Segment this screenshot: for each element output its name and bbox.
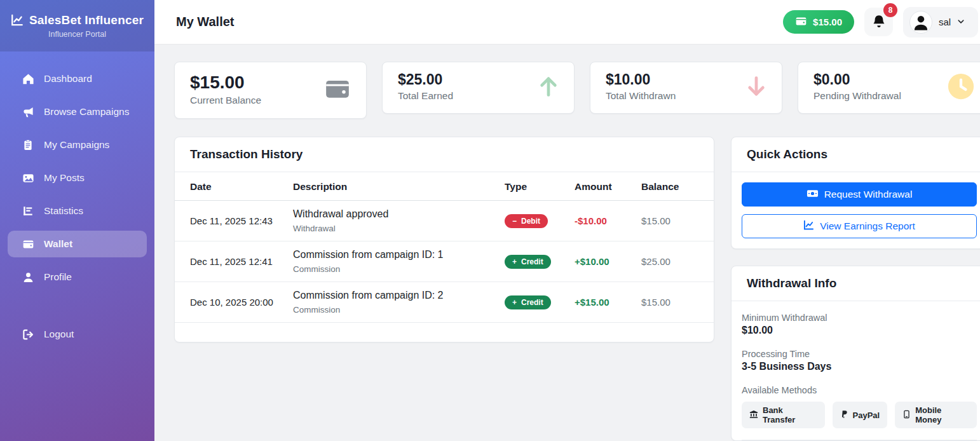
image-icon [22, 172, 34, 184]
wallet-icon [323, 76, 352, 105]
sidebar-item-my-campaigns[interactable]: My Campaigns [8, 132, 147, 158]
wallet-icon [22, 238, 34, 250]
sidebar-brand: SalesBet Influencer Influencer Portal [0, 0, 154, 51]
column-header-date: Date [175, 172, 287, 201]
tx-date: Dec 11, 2025 12:41 [175, 241, 287, 282]
minus-sign: − [512, 217, 517, 226]
tx-date: Dec 10, 2025 20:00 [175, 282, 287, 323]
stat-card-total-earned: $25.00 Total Earned [382, 62, 575, 114]
sidebar-item-label: Browse Campaigns [44, 106, 129, 118]
bell-icon [872, 14, 886, 31]
username: sal [939, 17, 951, 27]
tx-category: Commission [293, 305, 492, 315]
quick-actions-card: Quick Actions Request Withdrawal [731, 137, 980, 249]
view-earnings-report-button[interactable]: View Earnings Report [742, 214, 977, 238]
tx-category: Commission [293, 264, 492, 274]
megaphone-icon [22, 105, 34, 118]
sidebar-nav: Dashboard Browse Campaigns My Campaigns … [0, 51, 154, 348]
table-footer-space [175, 323, 714, 342]
person-icon [22, 271, 34, 283]
graph-up-logo-icon [11, 14, 24, 27]
request-withdrawal-label: Request Withdrawal [824, 189, 913, 200]
table-row: Dec 11, 2025 12:41 Commission from campa… [175, 241, 714, 282]
tx-balance: $25.00 [635, 241, 714, 282]
sidebar-item-label: Dashboard [44, 73, 92, 85]
method-badge-paypal: PayPal [833, 402, 888, 428]
sidebar-spacer [8, 297, 147, 321]
brand-title: SalesBet Influencer [29, 13, 144, 27]
minimum-withdrawal-value: $10.00 [742, 325, 977, 336]
home-icon [22, 72, 34, 85]
page-title: My Wallet [176, 15, 235, 29]
sidebar-item-label: Profile [44, 271, 72, 283]
method-label: PayPal [853, 410, 880, 420]
sidebar-item-profile[interactable]: Profile [8, 264, 147, 290]
tx-description: Commission from campaign ID: 1 [293, 249, 492, 261]
cash-icon [806, 187, 819, 202]
sidebar-item-my-posts[interactable]: My Posts [8, 165, 147, 191]
sidebar-item-label: Wallet [44, 238, 72, 250]
content-area: $15.00 Current Balance $25.00 Total Earn… [154, 44, 980, 441]
bar-chart-icon [22, 205, 34, 217]
tx-amount: +$10.00 [568, 241, 635, 282]
plus-sign: + [512, 298, 517, 307]
tx-balance: $15.00 [635, 201, 714, 241]
table-row: Dec 10, 2025 20:00 Commission from campa… [175, 282, 714, 323]
column-header-amount: Amount [568, 172, 635, 201]
sidebar-item-browse-campaigns[interactable]: Browse Campaigns [8, 98, 147, 125]
sidebar-item-dashboard[interactable]: Dashboard [8, 65, 147, 92]
section-divider [742, 440, 977, 440]
sidebar-item-label: My Campaigns [44, 139, 109, 151]
stats-row: $15.00 Current Balance $25.00 Total Earn… [174, 62, 980, 119]
transaction-history-card: Transaction History Date Description Typ… [174, 137, 714, 343]
sidebar-item-logout[interactable]: Logout [8, 321, 147, 348]
mobile-phone-icon [902, 410, 911, 421]
type-label: Credit [521, 298, 543, 307]
transaction-history-title: Transaction History [175, 137, 714, 172]
sidebar-item-wallet[interactable]: Wallet [8, 231, 147, 257]
notifications-button[interactable]: 8 [864, 8, 893, 36]
method-label: Bank Transfer [763, 405, 817, 424]
user-menu[interactable]: sal [903, 7, 978, 37]
tx-amount: -$10.00 [568, 201, 635, 241]
withdrawal-info-title: Withdrawal Info [732, 266, 980, 301]
column-header-description: Description [287, 172, 498, 201]
tx-date: Dec 11, 2025 12:43 [175, 201, 287, 241]
arrow-down-icon [745, 74, 768, 102]
view-earnings-label: View Earnings Report [820, 221, 915, 232]
sidebar-item-label: Logout [44, 329, 74, 340]
sidebar-item-label: My Posts [44, 172, 85, 184]
minimum-withdrawal-label: Minimum Withdrawal [742, 313, 977, 323]
right-column: Quick Actions Request Withdrawal [731, 137, 980, 441]
stat-card-pending-withdrawal: $0.00 Pending Withdrawal [798, 62, 980, 114]
sidebar: SalesBet Influencer Influencer Portal Da… [0, 0, 154, 441]
request-withdrawal-button[interactable]: Request Withdrawal [742, 182, 977, 207]
topbar-balance: $15.00 [813, 17, 842, 27]
wallet-balance-pill[interactable]: $15.00 [783, 10, 854, 34]
sidebar-item-statistics[interactable]: Statistics [8, 198, 147, 224]
type-label: Debit [521, 217, 540, 226]
brand-subtitle: Influencer Portal [48, 30, 106, 39]
processing-time-value: 3-5 Business Days [742, 361, 977, 372]
tx-description: Commission from campaign ID: 2 [293, 290, 492, 301]
credit-badge: + Credit [505, 295, 551, 309]
notification-count-badge: 8 [883, 3, 897, 17]
arrow-up-icon [537, 74, 560, 102]
clock-icon [946, 72, 976, 104]
stat-card-total-withdrawn: $10.00 Total Withdrawn [590, 62, 782, 114]
paypal-icon [840, 410, 848, 421]
graph-up-icon [803, 220, 814, 233]
tx-amount: +$15.00 [568, 282, 635, 323]
bank-icon [749, 410, 758, 421]
column-header-balance: Balance [635, 172, 714, 201]
chevron-down-icon [957, 17, 965, 28]
wallet-icon [795, 15, 807, 29]
logout-icon [22, 328, 34, 341]
quick-actions-title: Quick Actions [732, 137, 980, 172]
withdrawal-info-card: Withdrawal Info Minimum Withdrawal $10.0… [731, 266, 980, 441]
clipboard-icon [22, 139, 34, 151]
transactions-table: Date Description Type Amount Balance Dec… [175, 172, 714, 323]
method-label: Mobile Money [915, 405, 969, 424]
table-row: Dec 11, 2025 12:43 Withdrawal approved W… [175, 201, 714, 241]
avatar [909, 11, 932, 34]
